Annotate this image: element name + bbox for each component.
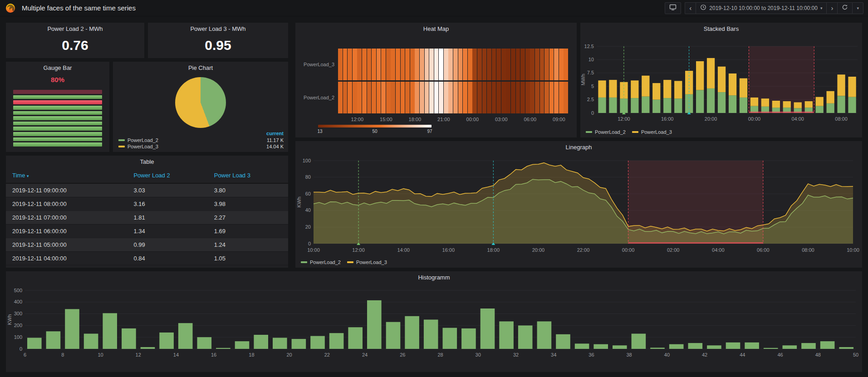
- histogram-bar[interactable]: [367, 300, 382, 349]
- panel-title[interactable]: Power Load 3 - MWh: [148, 23, 288, 35]
- stacked-bar-powerload-2[interactable]: [652, 100, 660, 113]
- histogram-bar[interactable]: [348, 327, 363, 349]
- heatmap-cell[interactable]: [472, 49, 477, 80]
- stacked-bar-powerload-3[interactable]: [772, 101, 780, 108]
- heatmap-cell[interactable]: [367, 49, 372, 80]
- panel-title[interactable]: Power Load 2 - MWh: [6, 23, 144, 35]
- heatmap-cell[interactable]: [372, 82, 376, 113]
- histogram-bar[interactable]: [481, 308, 495, 349]
- histogram-bar[interactable]: [216, 348, 230, 349]
- histogram-bar[interactable]: [537, 321, 552, 349]
- histogram-bar[interactable]: [424, 320, 438, 349]
- histogram-bar[interactable]: [197, 337, 212, 349]
- heatmap-cell[interactable]: [544, 49, 549, 80]
- heatmap-cell[interactable]: [559, 82, 564, 113]
- stacked-bar-powerload-3[interactable]: [707, 58, 715, 88]
- histogram-bar[interactable]: [46, 331, 61, 349]
- heatmap-cell[interactable]: [458, 49, 463, 80]
- heatmap-cell[interactable]: [353, 49, 357, 80]
- refresh-interval-dropdown[interactable]: ▾: [852, 2, 863, 14]
- legend-item-PowerLoad_2[interactable]: PowerLoad_2: [586, 129, 626, 135]
- heatmap-cell[interactable]: [477, 82, 482, 113]
- panel-title[interactable]: Histogramm: [6, 271, 862, 284]
- stacked-bar-powerload-2[interactable]: [663, 98, 671, 113]
- histogram-bar[interactable]: [254, 335, 268, 349]
- histogram-bar[interactable]: [783, 345, 797, 349]
- histogram-bar[interactable]: [556, 334, 570, 349]
- histogram-bar[interactable]: [310, 336, 325, 349]
- histogram-bar[interactable]: [141, 347, 155, 349]
- heatmap-cell[interactable]: [525, 49, 530, 80]
- heatmap-cell[interactable]: [554, 82, 559, 113]
- heatmap-cell[interactable]: [511, 82, 515, 113]
- heatmap-cell[interactable]: [434, 82, 439, 113]
- histogram-bar[interactable]: [632, 334, 646, 349]
- pie-chart[interactable]: [175, 77, 226, 128]
- heatmap-cell[interactable]: [554, 49, 559, 80]
- heatmap-cell[interactable]: [506, 82, 510, 113]
- legend-column-header[interactable]: current: [118, 131, 284, 136]
- stacked-bar-powerload-3[interactable]: [598, 80, 606, 98]
- legend-item-PowerLoad_3[interactable]: PowerLoad_3: [347, 259, 387, 265]
- heatmap-cell[interactable]: [434, 49, 439, 80]
- heatmap-cell[interactable]: [463, 82, 467, 113]
- legend-item-PowerLoad_3[interactable]: PowerLoad_3: [632, 129, 672, 135]
- histogram-bar[interactable]: [820, 341, 835, 349]
- heatmap-cell[interactable]: [544, 82, 549, 113]
- heatmap-cell[interactable]: [501, 49, 506, 80]
- panel-title[interactable]: Gauge Bar: [6, 62, 109, 74]
- heatmap-cell[interactable]: [564, 49, 568, 80]
- stacked-bar-powerload-2[interactable]: [729, 95, 736, 113]
- histogram-bar[interactable]: [405, 316, 419, 349]
- heatmap-cell[interactable]: [540, 82, 544, 113]
- heatmap-cell[interactable]: [444, 82, 448, 113]
- heatmap-cell[interactable]: [511, 49, 515, 80]
- histogram-bar[interactable]: [764, 348, 778, 349]
- heatmap-cell[interactable]: [444, 49, 448, 80]
- heatmap-cell[interactable]: [429, 49, 434, 80]
- heatmap-cell[interactable]: [448, 82, 453, 113]
- histogram-bar[interactable]: [65, 309, 79, 349]
- histogram-bar[interactable]: [669, 344, 684, 349]
- histogram-bar[interactable]: [122, 328, 136, 349]
- stacked-bar-powerload-2[interactable]: [642, 97, 649, 113]
- linegraph-chart[interactable]: 020406080100KWh10:0012:0014:0016:0018:00…: [295, 153, 862, 268]
- table-header-power-load-3[interactable]: Power Load 3: [208, 168, 288, 183]
- stacked-bar-powerload-3[interactable]: [848, 77, 856, 97]
- heatmap-cell[interactable]: [487, 82, 491, 113]
- histogram-bar[interactable]: [518, 325, 533, 349]
- heatmap-cell[interactable]: [477, 49, 482, 80]
- heatmap-cell[interactable]: [386, 82, 391, 113]
- heatmap-cell[interactable]: [396, 49, 400, 80]
- heatmap-chart[interactable]: PowerLoad_3PowerLoad_212:0015:0018:0021:…: [295, 35, 577, 137]
- heatmap-cell[interactable]: [482, 82, 487, 113]
- heatmap-cell[interactable]: [535, 82, 539, 113]
- stacked-bar-powerload-3[interactable]: [740, 78, 747, 98]
- heatmap-cell[interactable]: [415, 82, 419, 113]
- heatmap-cell[interactable]: [535, 49, 539, 80]
- heatmap-cell[interactable]: [439, 49, 443, 80]
- heatmap-cell[interactable]: [525, 82, 530, 113]
- stacked-bar-powerload-3[interactable]: [783, 101, 791, 108]
- heatmap-cell[interactable]: [401, 49, 405, 80]
- stacked-bar-powerload-3[interactable]: [631, 80, 638, 98]
- heatmap-cell[interactable]: [429, 82, 434, 113]
- histogram-bar[interactable]: [688, 343, 703, 349]
- histogram-bar[interactable]: [443, 328, 457, 349]
- histogram-bar[interactable]: [292, 339, 306, 349]
- heatmap-cell[interactable]: [516, 82, 520, 113]
- stacked-bar-powerload-3[interactable]: [837, 74, 845, 96]
- heatmap-cell[interactable]: [381, 49, 386, 80]
- heatmap-cell[interactable]: [410, 82, 415, 113]
- heatmap-cell[interactable]: [458, 82, 463, 113]
- stacked-bar-powerload-3[interactable]: [652, 83, 660, 100]
- heatmap-cell[interactable]: [381, 82, 386, 113]
- histogram-chart[interactable]: 0100200300400500KWh681012141618202224262…: [6, 284, 862, 372]
- stacked-bar-powerload-2[interactable]: [827, 103, 834, 113]
- heatmap-cell[interactable]: [396, 82, 400, 113]
- heatmap-cell[interactable]: [468, 49, 472, 80]
- heatmap-cell[interactable]: [357, 82, 362, 113]
- heatmap-cell[interactable]: [372, 49, 376, 80]
- heatmap-cell[interactable]: [401, 82, 405, 113]
- legend-item-PowerLoad_3[interactable]: PowerLoad_314.04 K: [118, 143, 284, 149]
